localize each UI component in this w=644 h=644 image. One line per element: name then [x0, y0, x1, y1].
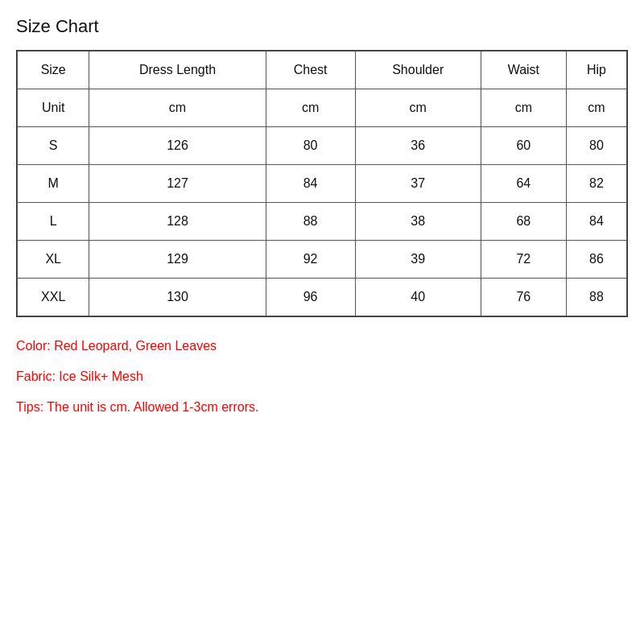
table-cell: 72 [481, 241, 566, 279]
table-cell: XXL [18, 279, 89, 316]
table-cell: 126 [89, 127, 266, 165]
table-cell: 68 [481, 203, 566, 241]
table-cell: 92 [266, 241, 355, 279]
table-unit-cell: Unit [18, 89, 89, 127]
table-cell: 36 [355, 127, 481, 165]
table-cell: 80 [266, 127, 355, 165]
table-cell: 130 [89, 279, 266, 316]
table-cell: 127 [89, 165, 266, 203]
table-cell: L [18, 203, 89, 241]
table-cell: 96 [266, 279, 355, 316]
info-section: Color: Red Leopard, Green Leaves Fabric:… [16, 333, 628, 420]
table-cell: 38 [355, 203, 481, 241]
table-cell: S [18, 127, 89, 165]
page-title: Size Chart [16, 16, 628, 37]
table-header-cell: Hip [566, 52, 626, 89]
table-cell: M [18, 165, 89, 203]
table-unit-cell: cm [355, 89, 481, 127]
table-header-cell: Dress Length [89, 52, 266, 89]
table-cell: 76 [481, 279, 566, 316]
table-cell: 88 [266, 203, 355, 241]
table-unit-cell: cm [566, 89, 626, 127]
table-cell: 60 [481, 127, 566, 165]
table-row: S12680366080 [18, 127, 627, 165]
table-cell: 86 [566, 241, 626, 279]
fabric-info: Fabric: Ice Silk+ Mesh [16, 364, 628, 390]
tips-info: Tips: The unit is cm. Allowed 1-3cm erro… [16, 394, 628, 420]
table-row: XL12992397286 [18, 241, 627, 279]
table-cell: 40 [355, 279, 481, 316]
color-info: Color: Red Leopard, Green Leaves [16, 333, 628, 359]
table-cell: 39 [355, 241, 481, 279]
table-cell: 37 [355, 165, 481, 203]
table-unit-cell: cm [266, 89, 355, 127]
table-header-cell: Size [18, 52, 89, 89]
table-row: L12888386884 [18, 203, 627, 241]
table-header-cell: Chest [266, 52, 355, 89]
table-header-cell: Shoulder [355, 52, 481, 89]
table-cell: 64 [481, 165, 566, 203]
table-cell: 84 [566, 203, 626, 241]
table-unit-cell: cm [481, 89, 566, 127]
table-unit-cell: cm [89, 89, 266, 127]
table-header-cell: Waist [481, 52, 566, 89]
table-cell: 84 [266, 165, 355, 203]
table-cell: 80 [566, 127, 626, 165]
table-row: XXL13096407688 [18, 279, 627, 316]
size-chart-table: SizeDress LengthChestShoulderWaistHip Un… [16, 50, 628, 317]
table-cell: 82 [566, 165, 626, 203]
table-cell: 128 [89, 203, 266, 241]
table-cell: XL [18, 241, 89, 279]
table-cell: 129 [89, 241, 266, 279]
table-row: M12784376482 [18, 165, 627, 203]
table-cell: 88 [566, 279, 626, 316]
table-unit-row: Unitcmcmcmcmcm [18, 89, 627, 127]
